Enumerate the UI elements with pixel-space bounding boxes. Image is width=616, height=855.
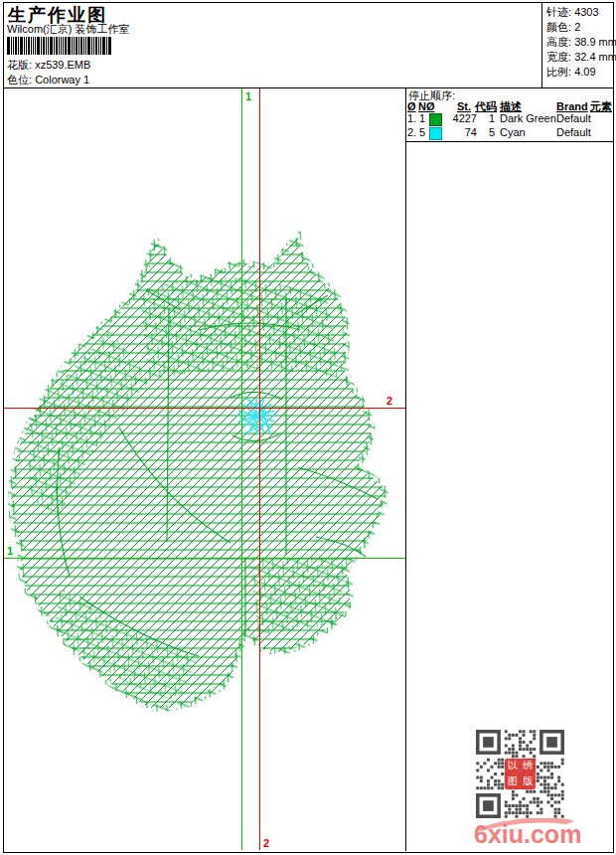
page-border: [3, 2, 614, 853]
production-worksheet: 生产作业图 Wilcom(汇京) 装饰工作室 花版: xz539.EMB 色位:…: [0, 0, 616, 855]
panel-divider: [405, 87, 406, 851]
table-bottom-border: [405, 141, 613, 142]
stats-box-border: [541, 2, 542, 87]
header-divider: [3, 87, 613, 88]
